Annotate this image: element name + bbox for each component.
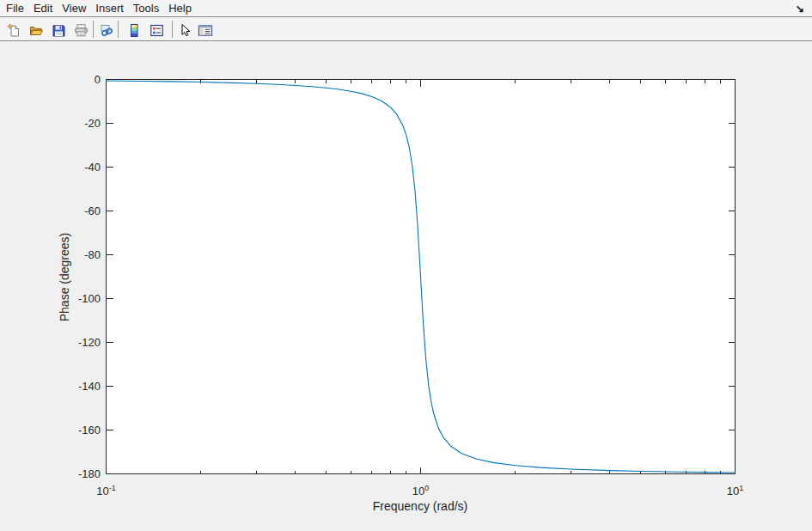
link-plot-button[interactable]: [99, 22, 114, 38]
new-figure-button[interactable]: [6, 22, 21, 38]
print-button[interactable]: [73, 22, 89, 38]
property-editor-button[interactable]: [198, 22, 213, 38]
open-folder-icon: [29, 23, 44, 38]
open-file-button[interactable]: [28, 22, 44, 38]
y-tick-label: -40: [34, 161, 101, 174]
figure-toolbar: [0, 18, 812, 41]
y-tick-label: -180: [34, 467, 101, 481]
link-plot-icon: [100, 23, 114, 38]
x-axis-label: Frequency (rad/s): [308, 499, 532, 513]
y-tick-label: -120: [34, 336, 101, 350]
y-tick-label: -60: [34, 204, 101, 218]
x-tick-label: 100: [395, 480, 447, 496]
y-tick-label: -20: [34, 117, 101, 131]
x-tick-label: 101: [710, 480, 761, 496]
save-button[interactable]: [51, 22, 66, 38]
insert-legend-button[interactable]: [149, 22, 164, 38]
x-tick-label: 10-1: [81, 480, 132, 496]
y-tick-label: -160: [34, 424, 101, 437]
y-tick-label: 0: [34, 73, 101, 87]
cursor-arrow-icon: [178, 23, 192, 38]
menu-insert[interactable]: Insert: [95, 0, 131, 17]
save-floppy-icon: [52, 23, 66, 38]
print-icon: [74, 23, 89, 38]
legend-icon: [150, 23, 164, 38]
y-tick-label: -100: [34, 292, 101, 306]
matlab-figure-window: File Edit View Insert Tools Help ↘: [0, 0, 812, 531]
menu-tools[interactable]: Tools: [133, 0, 167, 17]
menu-help[interactable]: Help: [168, 0, 199, 17]
y-tick-label: -140: [34, 380, 101, 394]
insert-colorbar-button[interactable]: [126, 22, 142, 38]
menu-edit[interactable]: Edit: [34, 0, 60, 17]
toolbar-separator: [172, 21, 173, 38]
figure-canvas: Frequency (rad/s) Phase (degrees) 0-20-4…: [0, 41, 812, 531]
property-editor-icon: [198, 23, 213, 38]
y-tick-label: -80: [34, 248, 101, 262]
menubar: File Edit View Insert Tools Help ↘: [0, 0, 812, 17]
colorbar-icon: [127, 23, 142, 38]
toolbar-separator: [118, 21, 119, 38]
plot-area: [0, 41, 812, 531]
menu-view[interactable]: View: [62, 0, 94, 17]
menu-file[interactable]: File: [6, 0, 32, 17]
window-resize-glyph: ↘: [796, 1, 804, 16]
edit-plot-button[interactable]: [177, 22, 192, 38]
new-document-icon: [7, 23, 21, 38]
toolbar-separator: [93, 21, 94, 38]
